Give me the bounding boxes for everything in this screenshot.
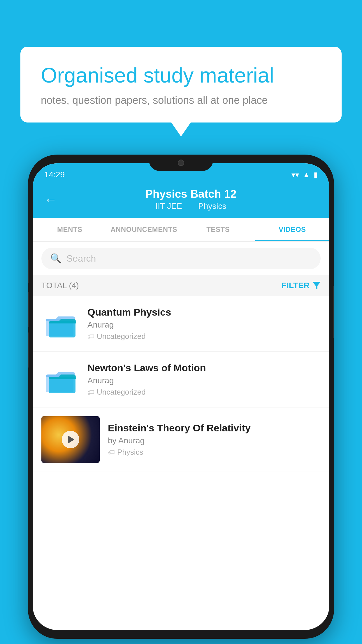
tab-tests[interactable]: TESTS [181,218,255,241]
tab-announcements[interactable]: ANNOUNCEMENTS [107,218,181,241]
speech-bubble-container: Organised study material notes, question… [20,47,342,123]
header-title-block: Physics Batch 12 IIT JEE Physics [64,188,318,211]
play-triangle-icon [68,435,74,444]
phone-screen: 14:29 ▾▾ ▲ ▮ ← Physics Batch 12 IIT JEE … [33,163,329,630]
tag-label: Physics [117,448,143,457]
video-info-newton: Newton's Laws of Motion Anurag 🏷 Uncateg… [87,362,321,397]
video-author: Anurag [87,320,321,330]
video-info-quantum: Quantum Physics Anurag 🏷 Uncategorized [87,307,321,341]
search-placeholder: Search [66,253,96,264]
bubble-subtitle: notes, question papers, solutions all at… [41,94,321,106]
phone-button-power [333,286,334,338]
video-title: Newton's Laws of Motion [87,362,321,374]
tag-icon: 🏷 [108,448,115,456]
svg-marker-0 [312,282,321,289]
search-icon: 🔍 [50,253,62,264]
search-container: 🔍 Search [33,242,329,275]
tab-videos[interactable]: VIDEOS [255,218,330,241]
video-thumb-quantum [41,305,79,343]
tab-ments[interactable]: MENTS [33,218,107,241]
header-subtitle: IIT JEE Physics [64,202,318,211]
tabs-bar: MENTS ANNOUNCEMENTS TESTS VIDEOS [33,218,329,242]
filter-button[interactable]: FILTER [282,281,321,290]
video-author: Anurag [87,376,321,385]
header-title: Physics Batch 12 [64,188,318,200]
list-item[interactable]: Einstein's Theory Of Relativity by Anura… [33,407,329,472]
header-subtitle-iitjee: IIT JEE [155,202,182,211]
phone-notch [149,155,213,171]
status-icons: ▾▾ ▲ ▮ [291,170,318,179]
video-title: Einstein's Theory Of Relativity [108,422,321,434]
video-tag: 🏷 Uncategorized [87,332,321,341]
phone-button-vol-down2 [28,332,29,368]
header-subtitle-sep [189,202,194,211]
tag-label: Uncategorized [97,332,146,341]
status-time: 14:29 [44,170,65,179]
phone-wrapper: 14:29 ▾▾ ▲ ▮ ← Physics Batch 12 IIT JEE … [28,155,334,639]
video-thumb-newton [41,360,79,398]
bubble-title: Organised study material [41,63,321,88]
video-tag: 🏷 Physics [108,448,321,457]
signal-icon: ▲ [303,170,310,179]
svg-rect-4 [49,377,75,393]
back-button[interactable]: ← [44,192,57,207]
filter-bar: TOTAL (4) FILTER [33,275,329,296]
tag-label: Uncategorized [97,388,146,397]
video-list: Quantum Physics Anurag 🏷 Uncategorized [33,296,329,472]
camera-dot [178,160,184,166]
phone-button-vol-up [28,260,29,283]
video-thumbnail-einstein [41,416,100,463]
tag-icon: 🏷 [87,332,94,341]
filter-label: FILTER [282,281,310,290]
search-bar[interactable]: 🔍 Search [41,248,321,269]
wifi-icon: ▾▾ [291,170,299,179]
folder-icon [44,366,76,393]
filter-funnel-icon [312,282,321,289]
phone-button-vol-down [28,292,29,327]
video-tag: 🏷 Uncategorized [87,388,321,397]
phone-frame: 14:29 ▾▾ ▲ ▮ ← Physics Batch 12 IIT JEE … [28,155,334,639]
video-author: by Anurag [108,436,321,445]
video-title: Quantum Physics [87,307,321,318]
list-item[interactable]: Quantum Physics Anurag 🏷 Uncategorized [33,296,329,352]
list-item[interactable]: Newton's Laws of Motion Anurag 🏷 Uncateg… [33,352,329,407]
video-info-einstein: Einstein's Theory Of Relativity by Anura… [108,422,321,457]
tag-icon: 🏷 [87,388,94,396]
app-header: ← Physics Batch 12 IIT JEE Physics [33,183,329,218]
battery-icon: ▮ [314,170,318,179]
play-button[interactable] [62,431,79,448]
total-label: TOTAL (4) [41,281,79,290]
header-subtitle-physics: Physics [198,202,226,211]
folder-icon [44,310,76,338]
speech-bubble: Organised study material notes, question… [20,47,342,123]
svg-rect-2 [49,321,75,337]
